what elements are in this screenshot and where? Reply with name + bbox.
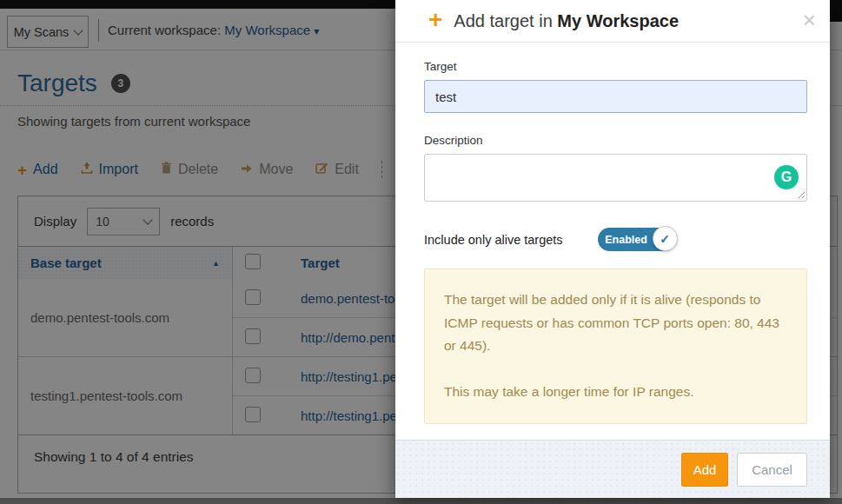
add-button[interactable]: Add [681, 453, 728, 487]
alive-info-box: The target will be added only if it is a… [424, 269, 807, 424]
info-paragraph-2: This may take a longer time for IP range… [444, 381, 787, 404]
modal-header: + Add target in My Workspace [395, 0, 830, 43]
modal-body: Target Description G Include only alive … [395, 43, 830, 424]
target-field-label: Target [424, 60, 807, 73]
modal-title-workspace: My Workspace [557, 11, 679, 30]
toggle-knob[interactable]: ✓ [653, 226, 678, 251]
close-icon[interactable]: × [803, 9, 816, 31]
add-target-modal: + Add target in My Workspace × Target De… [395, 0, 830, 498]
toggle-state-label: Enabled [598, 228, 655, 251]
grammarly-icon[interactable]: G [774, 165, 799, 189]
alive-targets-toggle[interactable]: Enabled ✓ [598, 228, 676, 251]
plus-icon: + [428, 8, 442, 32]
info-paragraph-1: The target will be added only if it is a… [444, 288, 787, 358]
alive-targets-label: Include only alive targets [424, 233, 563, 247]
resize-handle-icon[interactable] [798, 187, 806, 202]
modal-footer: Add Cancel [395, 440, 830, 498]
description-field-label: Description [424, 134, 807, 147]
alive-targets-row: Include only alive targets Enabled ✓ [424, 228, 807, 251]
modal-title-prefix: Add target in [454, 11, 552, 30]
check-icon: ✓ [660, 232, 670, 246]
description-textarea[interactable] [424, 154, 807, 202]
target-input[interactable] [424, 80, 807, 113]
cancel-button[interactable]: Cancel [737, 453, 807, 487]
modal-title: Add target in My Workspace [454, 11, 679, 31]
screen: My Scans Current workspace: My Workspace… [0, 0, 842, 504]
